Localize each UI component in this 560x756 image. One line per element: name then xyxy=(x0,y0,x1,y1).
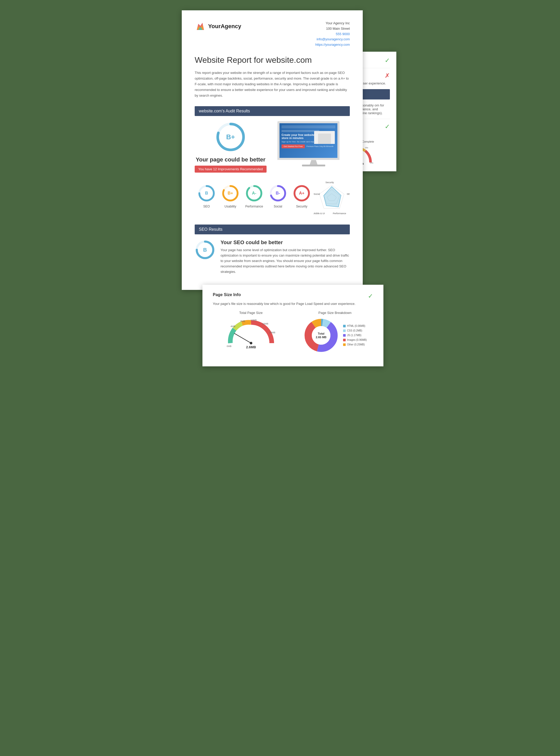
svg-text:0MB: 0MB xyxy=(226,345,232,348)
social-label: Social xyxy=(274,205,282,208)
seo-main-grade-text: B xyxy=(203,247,207,253)
agency-email[interactable]: info@youragency.com xyxy=(317,37,350,41)
svg-line-34 xyxy=(234,333,251,343)
agency-info: Your Agency Inc 100 Main Street 555 9000… xyxy=(315,21,350,47)
gauge-svg: 2.6MB 0MB 4MB 8MB 12MB 16MB 20MB xyxy=(225,317,277,351)
svg-text:2.65 MB: 2.65 MB xyxy=(316,336,326,339)
logo-agency: Agency xyxy=(221,23,241,29)
donut-svg: Total 2.65 MB xyxy=(303,317,339,354)
seo-content: B Your SEO could be better Your page has… xyxy=(195,239,350,274)
seo-label: SEO xyxy=(203,205,210,208)
security-grade-circle: A+ xyxy=(293,184,311,203)
legend-images-text: Images (0.96MB) xyxy=(347,338,367,342)
svg-text:Social: Social xyxy=(314,193,320,195)
social-grade-circle: B- xyxy=(268,184,287,203)
performance-label: Performance xyxy=(245,205,263,208)
svg-text:20s: 20s xyxy=(370,162,373,164)
seo-section-header: SEO Results xyxy=(195,225,350,234)
report-intro: This report grades your website on the s… xyxy=(195,70,350,99)
cross-icon-1: ✗ xyxy=(385,72,390,79)
audit-left: B+ Your page could be better You have 12… xyxy=(195,122,266,173)
subgrade-social: B- Social xyxy=(268,184,287,208)
legend-js: JS (1.17MB) xyxy=(343,333,367,338)
svg-text:Total: Total xyxy=(318,332,324,335)
usability-label: Usability xyxy=(224,205,236,208)
svg-text:Mobile & UI: Mobile & UI xyxy=(314,212,325,215)
svg-marker-31 xyxy=(324,187,341,207)
donut-legend: HTML (0.06MB) CSS (0.2MB) JS (1.17MB) xyxy=(343,324,367,347)
page-size-title: Page Size Info xyxy=(213,293,241,297)
monitor-image: Create your free website and online stor… xyxy=(277,121,350,173)
logo-your: Your xyxy=(208,23,221,29)
security-label: Security xyxy=(296,205,307,208)
audit-top: B+ Your page could be better You have 12… xyxy=(195,121,350,173)
donut-title: Page Size Breakdown xyxy=(319,311,352,315)
page-size-section: Page Size Info ✓ Your page's file size i… xyxy=(213,293,373,354)
main-grade-text: B+ xyxy=(226,133,235,141)
svg-text:16MB: 16MB xyxy=(262,322,268,325)
usability-grade-text: B+ xyxy=(228,191,233,195)
donut-container: Total 2.65 MB HTML (0.06MB) CSS (0.2MB) xyxy=(303,317,367,354)
main-report-card: YourAgency Your Agency Inc 100 Main Stre… xyxy=(182,10,363,290)
legend-html-text: HTML (0.06MB) xyxy=(347,324,365,329)
seo-verdict: Your SEO could be better xyxy=(221,239,350,246)
svg-text:12MB: 12MB xyxy=(251,319,257,321)
agency-phone: 555 9000 xyxy=(315,31,350,37)
agency-name: Your Agency Inc xyxy=(315,21,350,26)
legend-other-text: Other (0.25MB) xyxy=(347,342,365,347)
page-verdict: Your page could be better xyxy=(196,156,265,163)
subgrade-usability: B+ Usability xyxy=(221,184,240,208)
svg-text:2.6MB: 2.6MB xyxy=(246,345,256,349)
main-grade-circle: B+ xyxy=(215,122,246,152)
logo-area: YourAgency xyxy=(195,21,241,32)
svg-text:SEO: SEO xyxy=(347,193,350,195)
page-size-check-icon: ✓ xyxy=(368,293,373,300)
donut-chart: Page Size Breakdown xyxy=(297,311,373,354)
logo-text: YourAgency xyxy=(208,23,241,30)
seo-grade-circle: B xyxy=(197,184,216,203)
social-grade-text: B- xyxy=(276,191,280,195)
legend-js-text: JS (1.17MB) xyxy=(347,333,361,338)
page-size-description: Your page's file size is reasonably low … xyxy=(213,302,373,306)
logo-icon xyxy=(195,21,206,32)
svg-text:20MB: 20MB xyxy=(269,331,275,334)
page-wrapper: ✓ ✗ to easily tap on a better user exper… xyxy=(182,10,378,366)
seo-grade-text: B xyxy=(205,191,208,195)
svg-point-48 xyxy=(312,326,331,345)
svg-text:Performance: Performance xyxy=(333,212,346,215)
legend-css: CSS (0.2MB) xyxy=(343,329,367,333)
subgrade-seo: B SEO xyxy=(197,184,216,208)
seo-section: SEO Results B Your SEO could be better Y… xyxy=(195,225,350,274)
gauge-chart: Total Page Size xyxy=(213,311,289,351)
seo-main-grade-circle: B xyxy=(195,239,215,260)
check-icon-1: ✓ xyxy=(385,57,390,64)
agency-street: 100 Main Street xyxy=(315,26,350,31)
audit-section: website.com's Audit Results B+ Your page… xyxy=(195,106,350,217)
audit-section-header: website.com's Audit Results xyxy=(195,106,350,116)
svg-text:4MB: 4MB xyxy=(231,325,235,328)
page-size-header: Page Size Info ✓ xyxy=(213,293,373,300)
legend-html: HTML (0.06MB) xyxy=(343,324,367,329)
monitor-screen: Create your free website and online stor… xyxy=(277,121,339,160)
svg-text:Security: Security xyxy=(325,181,334,184)
report-header: YourAgency Your Agency Inc 100 Main Stre… xyxy=(195,21,350,47)
usability-grade-circle: B+ xyxy=(221,184,240,203)
radar-svg: Security SEO Performance Mobile & UI Soc… xyxy=(314,181,350,217)
report-title: Website Report for website.com xyxy=(195,55,350,65)
legend-other: Other (0.25MB) xyxy=(343,342,367,347)
seo-description: Your page has some level of optimization… xyxy=(221,248,350,274)
subgrades-row: B SEO B+ Usability xyxy=(195,184,314,208)
radar-chart: Security SEO Performance Mobile & UI Soc… xyxy=(314,181,350,217)
subgrade-performance: A- Performance xyxy=(245,184,263,208)
subgrade-security: A+ Security xyxy=(293,184,311,208)
legend-images: Images (0.96MB) xyxy=(343,338,367,342)
svg-point-35 xyxy=(250,342,252,344)
security-grade-text: A+ xyxy=(299,191,304,195)
seo-text: Your SEO could be better Your page has s… xyxy=(221,239,350,274)
agency-url[interactable]: https://youragency.com xyxy=(315,43,350,46)
gauge-title: Total Page Size xyxy=(239,311,262,315)
bottom-card: Page Size Info ✓ Your page's file size i… xyxy=(202,285,383,366)
performance-grade-circle: A- xyxy=(245,184,263,203)
check-icon-2: ✓ xyxy=(385,123,390,130)
improvements-badge: You have 12 Improvements Recommended xyxy=(195,166,266,173)
